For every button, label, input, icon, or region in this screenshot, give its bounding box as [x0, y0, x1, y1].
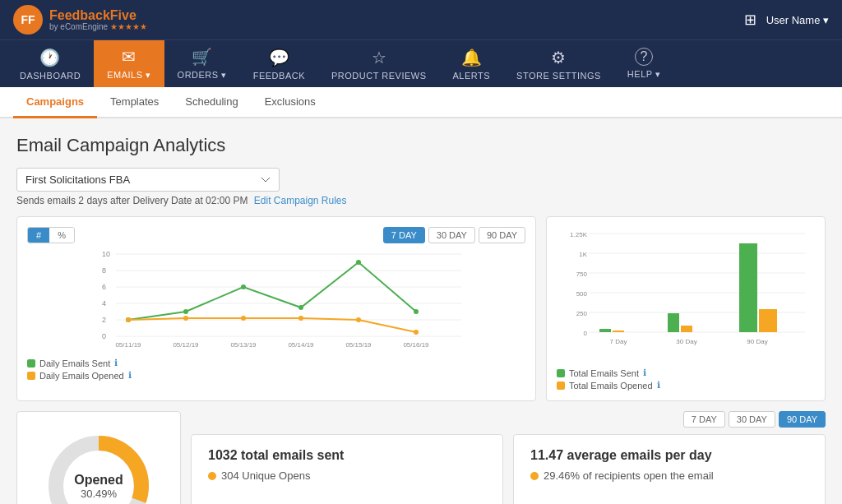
svg-text:0: 0 [584, 330, 588, 337]
alerts-icon: 🔔 [461, 48, 483, 67]
stat-title-left: 1032 total emails sent [208, 448, 486, 463]
campaign-info: Sends emails 2 days after Delivery Date … [16, 195, 826, 206]
svg-point-22 [356, 260, 361, 265]
toggle-percent-btn[interactable]: % [49, 228, 74, 243]
svg-rect-44 [668, 313, 679, 332]
svg-point-27 [298, 316, 303, 321]
svg-rect-43 [613, 331, 624, 332]
stat-dot-right [530, 472, 539, 480]
svg-point-26 [241, 316, 246, 321]
legend-dot-green [27, 359, 35, 368]
svg-text:6: 6 [102, 283, 106, 291]
bottom-row: Opened 30.49% 7 DAY 30 DAY 90 DAY 1032 t… [16, 411, 826, 504]
logo-sub: by eComEngine ★★★★★ [49, 22, 147, 31]
bottom-7day-btn[interactable]: 7 DAY [683, 411, 725, 428]
svg-text:05/16/19: 05/16/19 [403, 341, 429, 349]
donut-center: Opened 30.49% [74, 473, 123, 500]
line-chart-card: # % 7 DAY 30 DAY 90 DAY 10 8 6 4 2 0 [16, 216, 536, 401]
product-reviews-icon: ☆ [372, 48, 387, 67]
svg-text:30 Day: 30 Day [676, 338, 696, 345]
line-chart-svg: 10 8 6 4 2 0 05/11/19 05/12/19 05/13/19 … [27, 250, 525, 349]
svg-text:10: 10 [102, 250, 110, 258]
dashboard-icon: 🕐 [39, 48, 61, 67]
sub-nav-campaigns[interactable]: Campaigns [13, 87, 97, 118]
feedback-icon: 💬 [269, 48, 290, 67]
svg-text:8: 8 [102, 266, 106, 275]
nav-label-help: Help ▾ [627, 69, 661, 80]
line-7day-btn[interactable]: 7 DAY [383, 227, 425, 243]
svg-text:05/15/19: 05/15/19 [345, 341, 372, 349]
stat-sub-left: 304 Unique Opens [208, 469, 486, 482]
svg-point-29 [414, 330, 419, 335]
donut-percent: 30.49% [74, 488, 123, 500]
help-icon: ? [635, 48, 653, 66]
charts-row: # % 7 DAY 30 DAY 90 DAY 10 8 6 4 2 0 [16, 216, 826, 401]
sub-nav-templates[interactable]: Templates [97, 87, 172, 118]
svg-text:05/12/19: 05/12/19 [173, 341, 199, 349]
user-menu[interactable]: User Name ▾ [766, 14, 829, 26]
bar-chart-card: 1.25K 1K 750 500 250 0 [546, 216, 826, 401]
chart-controls: # % 7 DAY 30 DAY 90 DAY [27, 227, 525, 243]
bottom-30day-btn[interactable]: 30 DAY [729, 411, 775, 428]
bottom-stats-row: 1032 total emails sent 304 Unique Opens … [191, 434, 826, 504]
stats-card-right: 11.47 average emails per day 29.46% of r… [513, 434, 826, 504]
svg-text:1.25K: 1.25K [570, 231, 588, 238]
sub-nav-scheduling[interactable]: Scheduling [172, 87, 251, 118]
svg-rect-47 [759, 309, 777, 332]
nav-item-feedback[interactable]: 💬 Feedback [240, 40, 318, 87]
nav-item-emails[interactable]: ✉ Emails ▾ [94, 40, 164, 87]
logo-icon: FF [13, 5, 43, 35]
toggle-group: # % [27, 227, 75, 243]
bar-legend-dot-green [557, 369, 565, 377]
top-nav-right: ⊞ User Name ▾ [744, 11, 829, 29]
nav-item-alerts[interactable]: 🔔 Alerts [440, 40, 504, 87]
svg-text:7 Day: 7 Day [610, 338, 627, 345]
svg-text:250: 250 [576, 310, 588, 317]
nav-label-product-reviews: Product Reviews [331, 71, 426, 81]
legend-dot-yellow [27, 372, 35, 380]
line-30day-btn[interactable]: 30 DAY [428, 227, 475, 243]
page-title: Email Campaign Analytics [16, 135, 826, 156]
stats-card-left: 1032 total emails sent 304 Unique Opens [191, 434, 503, 504]
logo-area: FF FeedbackFive by eComEngine ★★★★★ [13, 5, 147, 35]
svg-point-21 [298, 305, 303, 310]
toggle-hash-btn[interactable]: # [28, 228, 49, 243]
svg-point-24 [126, 317, 131, 322]
svg-point-23 [414, 309, 419, 314]
nav-item-help[interactable]: ? Help ▾ [614, 40, 674, 87]
svg-rect-45 [681, 326, 692, 332]
legend-emails-opened: Daily Emails Opened ℹ [27, 370, 525, 381]
bar-legend-opened: Total Emails Opened ℹ [557, 380, 815, 391]
nav-item-product-reviews[interactable]: ☆ Product Reviews [318, 40, 439, 87]
nav-label-store-settings: Store Settings [516, 71, 601, 81]
bottom-90day-btn[interactable]: 90 DAY [779, 411, 826, 428]
info-icon-opened: ℹ [128, 370, 132, 381]
sub-nav-exclusions[interactable]: Exclusions [252, 87, 329, 118]
edit-campaign-rules-link[interactable]: Edit Campaign Rules [254, 195, 347, 206]
svg-point-25 [183, 316, 188, 321]
svg-rect-46 [739, 243, 757, 332]
svg-text:500: 500 [576, 290, 588, 298]
sub-nav: Campaigns Templates Scheduling Exclusion… [0, 87, 842, 118]
campaign-select[interactable]: First Solicitations FBA [16, 168, 280, 192]
line-chart-legend: Daily Emails Sent ℹ Daily Emails Opened … [27, 358, 525, 381]
svg-text:750: 750 [576, 270, 588, 278]
nav-label-orders: Orders ▾ [178, 70, 227, 81]
nav-item-store-settings[interactable]: ⚙ Store Settings [503, 40, 614, 87]
svg-text:2: 2 [102, 316, 106, 324]
svg-text:1K: 1K [579, 251, 587, 258]
svg-text:90 Day: 90 Day [747, 338, 767, 345]
campaign-select-row: First Solicitations FBA [16, 168, 826, 192]
stat-sub-right: 29.46% of recipients open the email [530, 469, 808, 482]
bar-info-icon-opened: ℹ [657, 380, 660, 391]
line-90day-btn[interactable]: 90 DAY [479, 227, 525, 243]
bar-info-icon-sent: ℹ [643, 368, 646, 378]
donut-label: Opened [74, 473, 123, 488]
nav-item-orders[interactable]: 🛒 Orders ▾ [164, 40, 240, 87]
grid-icon[interactable]: ⊞ [744, 11, 756, 29]
nav-item-dashboard[interactable]: 🕐 Dashboard [7, 40, 94, 87]
bottom-stats-wrapper: 7 DAY 30 DAY 90 DAY 1032 total emails se… [191, 411, 826, 504]
store-settings-icon: ⚙ [551, 48, 567, 67]
nav-label-alerts: Alerts [453, 71, 491, 81]
bar-legend-dot-yellow [557, 381, 565, 390]
